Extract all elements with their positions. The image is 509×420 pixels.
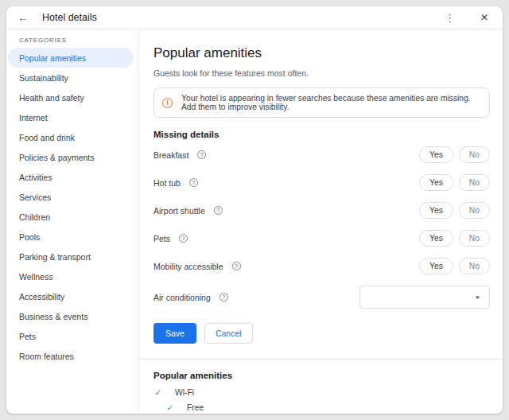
sidebar-item-food-and-drink[interactable]: Food and drink [6,127,138,147]
yes-no-group: YesNo [419,202,490,219]
yes-no-group: YesNo [419,230,490,247]
amenities-summary-heading: Popular amenities [153,371,490,380]
sidebar-list: Popular amenitiesSustainabilityHealth an… [6,48,138,366]
amenity-label: Hot tub [153,178,181,188]
page-subtitle: Guests look for these features most ofte… [153,68,490,78]
sidebar-item-health-and-safety[interactable]: Health and safety [6,88,138,107]
yes-no-group: YesNo [419,174,490,191]
yes-no-group: YesNo [419,146,490,163]
warning-icon: ! [162,98,173,108]
dialog-title: Hotel details [42,12,97,23]
amenity-row: Breakfast?YesNo [153,141,490,169]
categories-heading: CATEGORIES [6,37,138,48]
sidebar-item-internet[interactable]: Internet [6,107,138,127]
check-icon: ✓ [153,388,163,397]
sidebar-item-pools[interactable]: Pools [6,227,138,247]
no-button[interactable]: No [459,202,490,219]
no-button[interactable]: No [459,146,490,163]
no-button[interactable]: No [459,258,490,274]
sidebar-item-children[interactable]: Children [6,207,138,227]
yes-button[interactable]: Yes [419,230,453,247]
warning-text: Your hotel is appearing in fewer searche… [181,94,481,111]
close-icon[interactable]: ✕ [479,12,490,23]
sidebar-item-popular-amenities[interactable]: Popular amenities [8,48,134,68]
summary-item: ✓Free [153,400,490,414]
sidebar-item-accessibility[interactable]: Accessibility [6,286,138,306]
sidebar-item-policies-payments[interactable]: Policies & payments [6,147,138,167]
sidebar-item-room-features[interactable]: Room features [6,346,138,366]
amenities-summary-list: ✓Wi-Fi✓Free✓Parking✓Free⊘Spa [153,385,490,414]
form-actions: Save Cancel [153,323,490,344]
section-divider [139,359,503,360]
check-icon: ✓ [165,403,175,412]
amenity-label: Pets [153,234,170,243]
amenity-label-group: Pets? [153,234,188,243]
amenity-label-group: Airport shuttle? [153,206,223,216]
sidebar-item-wellness[interactable]: Wellness [6,266,138,286]
save-button[interactable]: Save [153,323,196,344]
amenity-label-group: Hot tub? [153,178,198,188]
sidebar-item-services[interactable]: Services [6,187,138,207]
amenity-row: Pets?YesNo [153,224,490,252]
help-icon[interactable]: ? [220,293,228,301]
summary-label: Wi-Fi [175,388,194,397]
amenity-label-group: Mobility accessible? [153,262,241,271]
sidebar-item-pets[interactable]: Pets [6,326,138,346]
amenity-label: Airport shuttle [153,206,205,216]
yes-button[interactable]: Yes [419,174,453,191]
amenity-label-group: Air conditioning? [153,293,228,302]
dialog-header: ← Hotel details ⋮ ✕ [6,6,503,29]
more-options-icon[interactable]: ⋮ [441,12,458,24]
sidebar-item-activities[interactable]: Activities [6,167,138,187]
amenity-label: Mobility accessible [153,262,223,271]
amenity-label: Breakfast [153,150,188,160]
amenity-row: Mobility accessible?YesNo [153,252,490,280]
sidebar-item-business-events[interactable]: Business & events [6,306,138,326]
sidebar-item-sustainability[interactable]: Sustainability [6,68,138,88]
dropdown-caret-icon: ▼ [474,294,481,300]
back-arrow-icon[interactable]: ← [17,12,29,23]
summary-label: Free [187,403,204,412]
help-icon[interactable]: ? [179,234,188,243]
missing-rows: Breakfast?YesNoHot tub?YesNoAirport shut… [153,141,490,314]
help-icon[interactable]: ? [189,178,198,187]
amenity-label-group: Breakfast? [153,150,206,160]
yes-button[interactable]: Yes [419,146,453,163]
help-icon[interactable]: ? [197,150,206,159]
amenity-row: Airport shuttle?YesNo [153,196,490,224]
no-button[interactable]: No [459,174,490,191]
page-title: Popular amenities [153,45,490,61]
yes-button[interactable]: Yes [419,258,453,274]
amenity-row: Air conditioning?▼ [153,280,490,314]
missing-details-heading: Missing details [153,130,490,139]
no-button[interactable]: No [459,230,490,247]
help-icon[interactable]: ? [214,206,223,215]
yes-no-group: YesNo [419,258,490,274]
main-content: Popular amenities Guests look for these … [139,29,503,414]
help-icon[interactable]: ? [232,262,241,270]
air-conditioning-select[interactable]: ▼ [359,286,490,309]
categories-sidebar: CATEGORIES Popular amenitiesSustainabili… [6,29,139,414]
hotel-details-dialog: ← Hotel details ⋮ ✕ CATEGORIES Popular a… [6,6,503,414]
amenity-row: Hot tub?YesNo [153,169,490,196]
amenity-label: Air conditioning [153,293,211,302]
yes-button[interactable]: Yes [419,202,453,219]
warning-banner: ! Your hotel is appearing in fewer searc… [153,88,490,118]
sidebar-item-parking-transport[interactable]: Parking & transport [6,247,138,266]
summary-item: ✓Wi-Fi [153,385,490,400]
cancel-button[interactable]: Cancel [204,323,253,344]
